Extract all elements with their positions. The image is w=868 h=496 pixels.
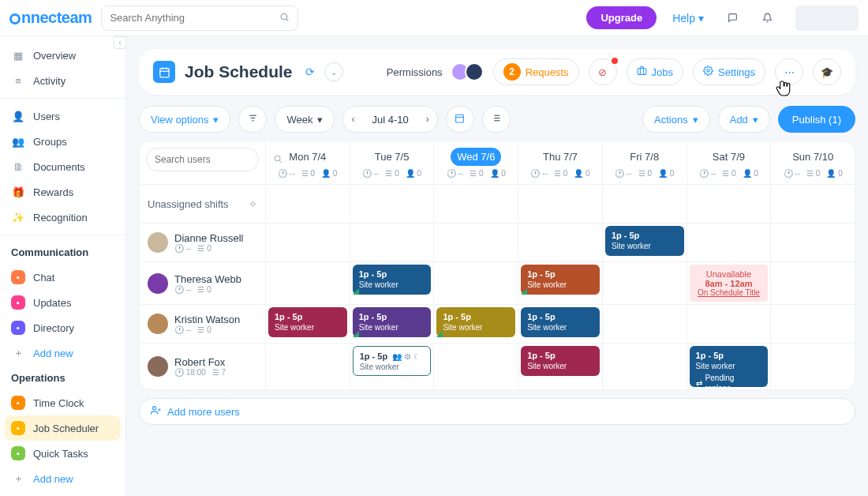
user-cell[interactable]: Dianne Russell 🕐 --☰ 0 (140, 224, 266, 261)
upgrade-button[interactable]: Upgrade (586, 6, 657, 29)
app-icon: ▪ (11, 421, 25, 435)
requests-badge: 2 (503, 63, 521, 81)
actions-button[interactable]: Actions ▾ (642, 106, 710, 133)
sidebar-item-rewards[interactable]: 🎁Rewards (0, 179, 125, 205)
avatar (148, 273, 168, 294)
sidebar-item-quick-tasks[interactable]: ▪Quick Tasks (0, 441, 125, 466)
add-button[interactable]: Add ▾ (718, 106, 770, 133)
sidebar-item-recognition[interactable]: ✨Recognition (0, 205, 125, 230)
jobs-button[interactable]: Jobs (627, 58, 683, 85)
sidebar-item-directory[interactable]: ▪Directory (0, 315, 125, 340)
requests-button[interactable]: 2 Requests (493, 58, 579, 85)
briefcase-icon (637, 66, 647, 78)
expand-button[interactable]: ⌄ (324, 62, 343, 81)
global-search[interactable] (101, 6, 298, 31)
svg-point-0 (282, 13, 288, 20)
sidebar-item-chat[interactable]: ▪Chat (0, 265, 125, 290)
calendar-icon (455, 113, 465, 126)
chat-icon[interactable] (724, 10, 740, 26)
academy-button[interactable]: 🎓 (813, 58, 841, 85)
main-content: Job Schedule ⟳ ⌄ Permissions 2 Requests … (126, 36, 868, 496)
user-row: Robert Fox 🕐 18:00☰ 7 1p - 5p👥 ⚙ ☾Site w… (140, 344, 855, 389)
sidebar-item-activity[interactable]: ≡Activity (0, 68, 125, 93)
refresh-icon[interactable]: ⟳ (305, 66, 315, 78)
user-name: Robert Fox (174, 356, 226, 368)
shift-card[interactable]: 1p - 5pSite worker (521, 307, 600, 337)
svg-rect-6 (638, 69, 646, 75)
chevron-down-icon: ▾ (753, 114, 758, 126)
user-menu[interactable] (795, 6, 859, 31)
next-button[interactable]: › (418, 107, 437, 132)
date-navigator: ‹ Jul 4-10 › (342, 106, 437, 133)
shift-card[interactable]: 1p - 5pSite worker (605, 226, 684, 256)
calendar-button[interactable] (446, 106, 474, 133)
list-view-button[interactable] (482, 106, 511, 133)
user-name: Kristin Watson (174, 314, 240, 325)
shift-status-icons: 👥 ⚙ ☾ (392, 351, 421, 362)
add-more-users-button[interactable]: Add more users (139, 398, 855, 425)
day-header[interactable]: Thu 7/7🕐 --☰ 0👤 0 (518, 141, 603, 184)
user-search[interactable] (146, 148, 259, 171)
app-icon: ▪ (11, 321, 25, 335)
sidebar-item-job-scheduler[interactable]: ▪Job Scheduler (5, 415, 121, 441)
list-icon (491, 113, 501, 126)
sidebar-item-users[interactable]: 👤Users (0, 103, 125, 129)
day-header[interactable]: Wed 7/6🕐 --☰ 0👤 0 (434, 141, 518, 184)
user-row: Theresa Webb 🕐 --☰ 0 1p - 5pSite worker … (140, 262, 855, 305)
permission-avatars[interactable] (455, 62, 484, 81)
day-header[interactable]: Sat 7/9🕐 --☰ 0👤 0 (687, 141, 772, 184)
avatar (148, 232, 168, 253)
chevron-down-icon: ▾ (693, 114, 698, 126)
shift-card[interactable]: 1p - 5pSite worker (521, 346, 600, 376)
magic-icon[interactable]: ✧ (249, 198, 257, 210)
search-icon (279, 12, 290, 24)
list-icon: ≡ (11, 73, 25, 88)
sidebar-item-time-clock[interactable]: ▪Time Clock (0, 390, 125, 415)
shift-card[interactable]: 1p - 5pSite worker (521, 265, 600, 295)
avatar (148, 314, 168, 334)
day-header[interactable]: Tue 7/5🕐 --☰ 0👤 0 (350, 141, 435, 184)
user-cell[interactable]: Kristin Watson 🕐 --☰ 0 (140, 305, 266, 343)
shift-card[interactable]: 1p - 5p👥 ⚙ ☾Site worker (353, 346, 432, 376)
day-header[interactable]: Mon 7/4🕐 --☰ 0👤 0 (266, 141, 350, 184)
day-header[interactable]: Sun 7/10🕐 --☰ 0👤 0 (771, 141, 855, 184)
sidebar-item-updates[interactable]: ▪Updates (0, 290, 125, 315)
shift-card[interactable]: 1p - 5pSite worker (353, 307, 432, 337)
shift-card[interactable]: 1p - 5pSite worker (268, 307, 347, 337)
settings-button[interactable]: Settings (693, 58, 765, 85)
chevron-down-icon: ▾ (698, 12, 704, 24)
more-button[interactable]: ⋯ (775, 58, 803, 85)
shift-card[interactable]: 1p - 5pSite worker (436, 307, 515, 337)
help-link[interactable]: Help▾ (666, 12, 710, 24)
unavailable-card[interactable]: Unavailable8am - 12amOn Schedule Title (690, 265, 769, 302)
sidebar-add-comm[interactable]: ＋Add new (0, 340, 125, 366)
filter-button[interactable] (238, 106, 267, 133)
alerts-button[interactable]: ⊘ (589, 58, 617, 85)
permissions-label: Permissions (387, 66, 443, 78)
user-cell[interactable]: Theresa Webb 🕐 --☰ 0 (140, 262, 266, 304)
sidebar-add-ops[interactable]: ＋Add new (0, 466, 125, 491)
app-icon: ▪ (11, 446, 25, 460)
unassigned-label: Unassigned shifts ✧ (140, 185, 266, 223)
gift-icon: 🎁 (11, 185, 25, 199)
page-title: Job Schedule (185, 62, 293, 81)
sidebar-collapse[interactable]: ‹ (114, 36, 126, 49)
sidebar-item-documents[interactable]: 🗎Documents (0, 154, 125, 179)
user-cell[interactable]: Robert Fox 🕐 18:00☰ 7 (140, 344, 266, 389)
period-select[interactable]: Week ▾ (275, 106, 335, 133)
grid-icon: ▦ (11, 48, 25, 62)
user-search-input[interactable] (155, 154, 273, 165)
shift-card[interactable]: 1p - 5pSite worker (353, 265, 432, 295)
sidebar-item-groups[interactable]: 👥Groups (0, 129, 125, 154)
calendar-icon (153, 61, 175, 83)
view-options-button[interactable]: View options ▾ (139, 106, 230, 133)
date-range: Jul 4-10 (362, 114, 417, 126)
prev-button[interactable]: ‹ (343, 107, 362, 132)
global-search-input[interactable] (110, 12, 279, 24)
bell-icon[interactable] (759, 10, 775, 26)
sidebar-item-overview[interactable]: ▦Overview (0, 43, 125, 68)
shift-card[interactable]: 1p - 5pSite worker⇄Pending replace (690, 346, 769, 387)
publish-button[interactable]: Publish (1) (778, 106, 855, 133)
gear-icon (703, 66, 713, 78)
day-header[interactable]: Fri 7/8🕐 --☰ 0👤 0 (603, 141, 687, 184)
